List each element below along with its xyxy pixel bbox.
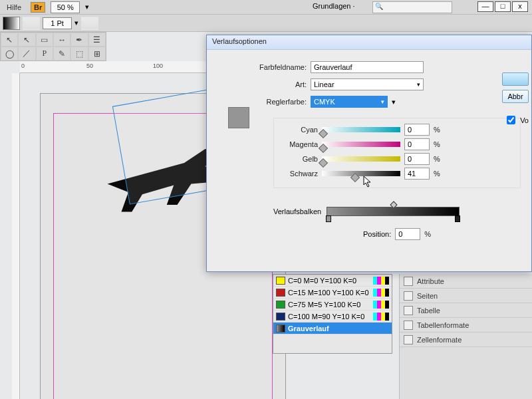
tablefmt-icon: [404, 321, 413, 330]
ruler-vertical: [12, 73, 20, 399]
lasso-tool[interactable]: ◯: [1, 47, 18, 61]
yellow-value[interactable]: [404, 153, 430, 165]
gradient-bar-label: Verlaufsbalken: [273, 207, 321, 215]
dialog-title: Verlaufsoptionen: [207, 35, 531, 50]
pencil-tool[interactable]: ✎: [53, 47, 70, 61]
side-panels: Attribute Seiten Tabelle Tabellenformate…: [399, 274, 532, 399]
gradient-options-dialog: Verlaufsoptionen Farbfeldname: Art: Line…: [206, 35, 532, 272]
pct-label: %: [434, 126, 440, 134]
panel-tableformats[interactable]: Tabellenformate: [400, 318, 532, 332]
stroke-weight[interactable]: 1 Pt: [43, 17, 72, 29]
workspace-selector[interactable]: Grundlagen ·: [313, 2, 355, 10]
black-value[interactable]: [404, 168, 430, 180]
pages-icon: [404, 291, 413, 301]
stopcolor-label: Reglerfarbe:: [220, 98, 307, 106]
panel-pages[interactable]: Seiten: [400, 289, 532, 303]
control-strip: 1 Pt ▾: [0, 15, 532, 32]
bridge-button[interactable]: Br: [31, 2, 45, 13]
black-slider[interactable]: [322, 170, 400, 177]
black-label: Schwarz: [281, 170, 318, 178]
cyan-value[interactable]: [404, 124, 430, 136]
magenta-value[interactable]: [404, 138, 430, 150]
gradient-midpoint[interactable]: [390, 201, 398, 208]
type-label: Art:: [220, 80, 307, 88]
swatch-row[interactable]: C=75 M=5 Y=100 K=0: [273, 299, 392, 311]
swatchname-input[interactable]: [311, 61, 424, 73]
position-label: Position:: [363, 230, 391, 238]
unknown-tool-1[interactable]: ☰: [88, 33, 106, 47]
arrange-icon[interactable]: [140, 1, 157, 13]
magenta-label: Magenta: [281, 140, 318, 148]
panel-cellformats[interactable]: Zellenformate: [400, 332, 532, 347]
stroke-cap-icon[interactable]: [23, 17, 40, 30]
direct-select-tool[interactable]: ↖: [18, 33, 35, 47]
stopcolor-select[interactable]: CMYK: [311, 96, 388, 108]
cellfmt-icon: [404, 335, 413, 344]
pen-tool[interactable]: ✒: [70, 33, 88, 47]
help-menu[interactable]: Hilfe: [3, 2, 25, 13]
magenta-slider[interactable]: [322, 141, 400, 148]
line-tool[interactable]: ／: [18, 47, 35, 61]
fill-stroke-swatch[interactable]: [3, 17, 20, 30]
stopcolor-dropdown-icon[interactable]: ▾: [392, 98, 396, 106]
zoom-level[interactable]: 50 %: [51, 1, 80, 13]
search-input[interactable]: [372, 1, 452, 13]
frame-tool[interactable]: ⬚: [70, 47, 88, 61]
swatch-row[interactable]: C=15 M=100 Y=100 K=0: [273, 287, 392, 299]
gap-tool[interactable]: ↔: [53, 33, 70, 47]
yellow-slider[interactable]: [322, 156, 400, 162]
swatchname-label: Farbfeldname:: [220, 63, 307, 71]
panel-attributes[interactable]: Attribute: [400, 274, 532, 289]
page-tool[interactable]: ▭: [36, 33, 53, 47]
stroke-dropdown-icon[interactable]: ▾: [74, 19, 78, 27]
swatch-row-selected[interactable]: Grauverlauf: [273, 323, 392, 334]
preview-check-input[interactable]: [507, 116, 515, 124]
cmyk-group: Cyan % Magenta % Gelb % Schwarz: [273, 118, 521, 188]
cyan-slider[interactable]: [322, 126, 400, 133]
maximize-button[interactable]: □: [495, 1, 511, 12]
toolbox: ↖ ↖ ▭ ↔ ✒ ☰ ◯ ／ P ✎ ⬚ ⊞: [0, 32, 106, 61]
stop-color-preview: [228, 107, 249, 128]
view-mode-icon[interactable]: [94, 1, 112, 13]
swatch-row[interactable]: C=0 M=0 Y=100 K=0: [273, 275, 392, 287]
gradient-stop-end[interactable]: [455, 215, 460, 222]
type-select[interactable]: Linear: [311, 78, 424, 90]
ok-button[interactable]: [502, 72, 529, 86]
cancel-button[interactable]: Abbr: [502, 90, 529, 103]
zoom-dropdown-icon[interactable]: ▾: [85, 3, 89, 11]
gradient-bar[interactable]: [327, 207, 460, 216]
close-button[interactable]: x: [512, 1, 528, 12]
attributes-icon: [404, 277, 413, 286]
preview-checkbox[interactable]: Vo: [504, 114, 529, 126]
menu-bar: Hilfe Br 50 % ▾ Grundlagen · — □ x: [0, 0, 532, 15]
swatch-row[interactable]: C=100 M=90 Y=10 K=0: [273, 311, 392, 323]
stroke-style-icon[interactable]: [81, 17, 98, 30]
gradient-stop-start[interactable]: [326, 215, 331, 222]
cyan-label: Cyan: [281, 126, 318, 134]
minimize-button[interactable]: —: [477, 1, 493, 12]
yellow-label: Gelb: [281, 155, 318, 163]
unknown-tool-2[interactable]: ⊞: [88, 47, 106, 61]
table-icon: [404, 306, 413, 315]
swatches-panel: C=0 M=0 Y=100 K=0 C=15 M=100 Y=100 K=0 C…: [273, 274, 392, 354]
panel-table[interactable]: Tabelle: [400, 303, 532, 318]
type-tool[interactable]: P: [36, 47, 53, 61]
selection-tool[interactable]: ↖: [1, 33, 18, 47]
position-input[interactable]: [395, 228, 420, 240]
screen-mode-icon[interactable]: [117, 1, 134, 13]
